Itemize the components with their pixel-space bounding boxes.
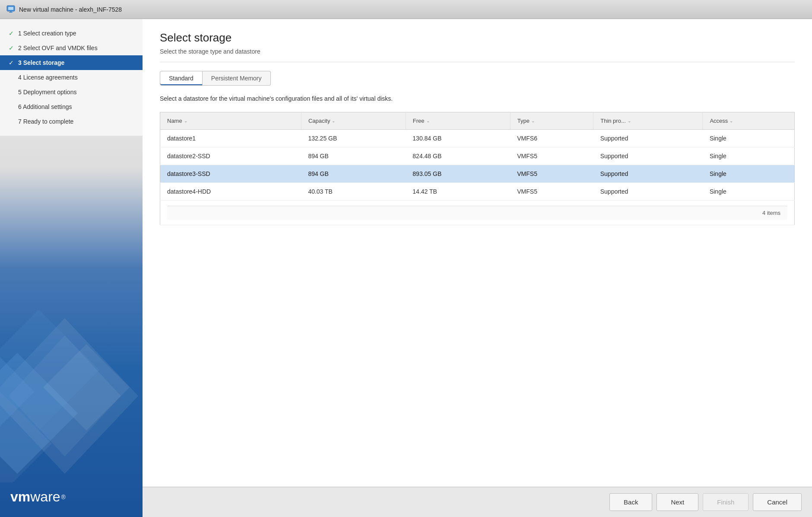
vm-icon bbox=[6, 4, 16, 13]
sidebar-item-label-step1: 1 Select creation type bbox=[18, 30, 76, 37]
sort-icon-name: ⌄ bbox=[184, 118, 187, 123]
sort-icon-access: ⌄ bbox=[730, 118, 733, 123]
title-bar-text: New virtual machine - alexh_INF-7528 bbox=[19, 6, 122, 13]
col-header-type[interactable]: Type ⌄ bbox=[510, 112, 593, 130]
table-item-count: 4 items bbox=[167, 206, 787, 220]
main-window: ✓ 1 Select creation type ✓ 2 Select OVF … bbox=[0, 19, 812, 517]
tab-bar: Standard Persistent Memory bbox=[160, 71, 795, 86]
svg-rect-1 bbox=[8, 7, 13, 10]
sidebar-item-step4[interactable]: 4 License agreements bbox=[0, 70, 143, 85]
table-row[interactable]: datastore4-HDD40.03 TB14.42 TBVMFS5Suppo… bbox=[160, 183, 795, 201]
svg-rect-3 bbox=[9, 12, 13, 13]
sort-icon-type: ⌄ bbox=[531, 118, 535, 123]
vmware-logo-ware: ware bbox=[30, 489, 60, 505]
col-header-access[interactable]: Access ⌄ bbox=[703, 112, 795, 130]
sort-icon-capacity: ⌄ bbox=[332, 118, 335, 123]
col-header-capacity[interactable]: Capacity ⌄ bbox=[301, 112, 406, 130]
sidebar-item-step7[interactable]: 7 Ready to complete bbox=[0, 114, 143, 129]
sidebar-item-label-step6: 6 Additional settings bbox=[18, 103, 72, 110]
next-button[interactable]: Next bbox=[657, 493, 698, 511]
page-subtitle: Select the storage type and datastore bbox=[160, 48, 795, 55]
sidebar-item-label-step4: 4 License agreements bbox=[18, 74, 78, 81]
vmware-logo-vm: vm bbox=[10, 489, 30, 505]
sidebar-item-step6[interactable]: 6 Additional settings bbox=[0, 99, 143, 114]
cancel-button[interactable]: Cancel bbox=[753, 493, 802, 511]
col-header-free[interactable]: Free ⌄ bbox=[406, 112, 510, 130]
table-body: datastore1132.25 GB130.84 GBVMFS6Support… bbox=[160, 130, 795, 201]
check-icon-step2: ✓ bbox=[8, 45, 15, 51]
back-button[interactable]: Back bbox=[609, 493, 652, 511]
tab-standard[interactable]: Standard bbox=[160, 71, 203, 86]
sidebar-item-label-step5: 5 Deployment options bbox=[18, 89, 76, 96]
col-header-name[interactable]: Name ⌄ bbox=[160, 112, 301, 130]
sidebar-item-label-step2: 2 Select OVF and VMDK files bbox=[18, 45, 98, 51]
sidebar-decoration-svg bbox=[0, 310, 143, 482]
sidebar-item-label-step3: 3 Select storage bbox=[18, 59, 64, 66]
table-row[interactable]: datastore3-SSD894 GB893.05 GBVMFS5Suppor… bbox=[160, 165, 795, 183]
title-bar-icon bbox=[6, 4, 16, 15]
tab-persistent-memory[interactable]: Persistent Memory bbox=[203, 71, 271, 86]
sort-icon-thinpro: ⌄ bbox=[628, 118, 631, 123]
sidebar-decoration: vm ware ® bbox=[0, 136, 143, 517]
finish-button: Finish bbox=[703, 493, 749, 511]
title-bar: New virtual machine - alexh_INF-7528 bbox=[0, 0, 812, 19]
storage-table: Name ⌄ Capacity ⌄ Free bbox=[160, 112, 795, 225]
sidebar-item-label-step7: 7 Ready to complete bbox=[18, 118, 73, 125]
table-header-row: Name ⌄ Capacity ⌄ Free bbox=[160, 112, 795, 130]
divider bbox=[160, 62, 795, 62]
sidebar: ✓ 1 Select creation type ✓ 2 Select OVF … bbox=[0, 19, 143, 517]
table-footer-row: 4 items bbox=[160, 201, 795, 225]
page-title: Select storage bbox=[160, 31, 795, 45]
table-row[interactable]: datastore1132.25 GB130.84 GBVMFS6Support… bbox=[160, 130, 795, 147]
storage-description: Select a datastore for the virtual machi… bbox=[160, 94, 795, 103]
footer-bar: Back Next Finish Cancel bbox=[143, 487, 812, 517]
sort-icon-free: ⌄ bbox=[426, 118, 430, 123]
content-body: Select storage Select the storage type a… bbox=[143, 19, 812, 487]
sidebar-item-step5[interactable]: 5 Deployment options bbox=[0, 85, 143, 99]
sidebar-item-step1[interactable]: ✓ 1 Select creation type bbox=[0, 26, 143, 41]
check-icon-step3: ✓ bbox=[8, 59, 15, 66]
check-icon-step1: ✓ bbox=[8, 30, 15, 37]
table-row[interactable]: datastore2-SSD894 GB824.48 GBVMFS5Suppor… bbox=[160, 147, 795, 165]
sidebar-item-step3[interactable]: ✓ 3 Select storage bbox=[0, 55, 143, 70]
content-area: Select storage Select the storage type a… bbox=[143, 19, 812, 517]
sidebar-nav: ✓ 1 Select creation type ✓ 2 Select OVF … bbox=[0, 19, 143, 136]
col-header-thinpro[interactable]: Thin pro... ⌄ bbox=[593, 112, 703, 130]
vmware-logo-reg: ® bbox=[61, 494, 66, 501]
sidebar-item-step2[interactable]: ✓ 2 Select OVF and VMDK files bbox=[0, 41, 143, 55]
svg-rect-2 bbox=[10, 11, 12, 12]
vmware-logo: vm ware ® bbox=[10, 489, 66, 505]
